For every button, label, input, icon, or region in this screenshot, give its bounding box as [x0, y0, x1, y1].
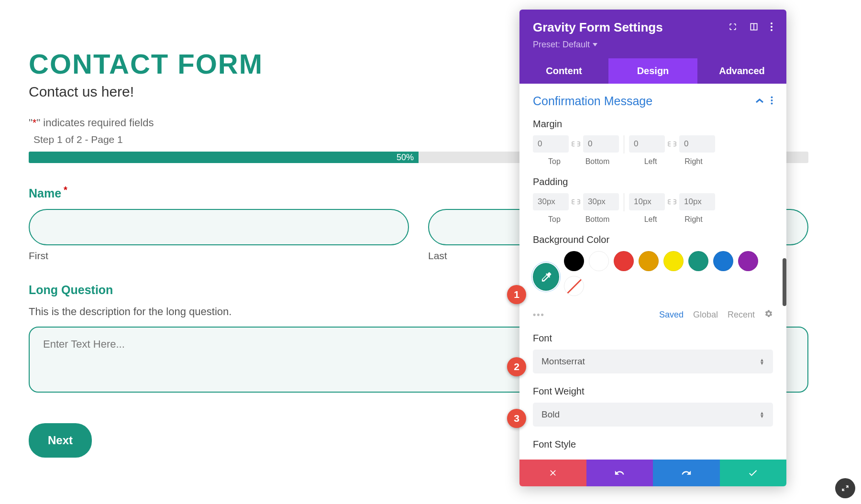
tab-design[interactable]: Design: [608, 58, 697, 84]
svg-point-4: [771, 29, 773, 31]
gear-icon[interactable]: [764, 309, 773, 320]
panel-title: Gravity Form Settings: [533, 20, 663, 35]
link-icon[interactable]: [668, 141, 676, 147]
undo-icon: [614, 468, 625, 478]
svg-point-7: [771, 102, 773, 104]
margin-right-input[interactable]: [679, 135, 715, 153]
save-button[interactable]: [720, 460, 787, 486]
resize-handle[interactable]: [835, 478, 855, 498]
progress-label: 50%: [397, 153, 414, 163]
margin-label: Margin: [533, 119, 773, 130]
scrollbar-thumb[interactable]: [783, 258, 786, 306]
eyedropper-icon: [540, 271, 552, 283]
more-colors-icon[interactable]: •••: [533, 310, 545, 320]
font-weight-select[interactable]: Bold ▲▼: [533, 403, 773, 427]
check-icon: [748, 468, 758, 478]
no-color-swatch[interactable]: [564, 276, 584, 296]
padding-left-input[interactable]: [629, 193, 665, 210]
font-style-label: Font Style: [533, 439, 773, 450]
color-swatch[interactable]: [663, 251, 684, 271]
link-icon[interactable]: [668, 199, 676, 205]
panel-tabs: Content Design Advanced: [519, 58, 786, 84]
panel-body: Confirmation Message Margin TopBottom: [519, 84, 786, 460]
annotation-badge-2: 2: [507, 357, 526, 376]
first-name-input[interactable]: [29, 209, 409, 245]
resize-icon: [840, 483, 850, 493]
color-tab-recent[interactable]: Recent: [728, 310, 755, 320]
next-button[interactable]: Next: [29, 423, 92, 458]
margin-bottom-input[interactable]: [583, 135, 619, 153]
color-swatch[interactable]: [738, 251, 758, 271]
redo-button[interactable]: [653, 460, 720, 486]
svg-point-2: [771, 22, 773, 24]
chevron-up-icon[interactable]: [755, 97, 764, 106]
bg-color-label: Background Color: [533, 234, 773, 245]
svg-point-3: [771, 26, 773, 28]
panel-header[interactable]: Gravity Form Settings Preset: Default: [519, 10, 786, 58]
padding-right-input[interactable]: [679, 193, 715, 210]
annotation-badge-3: 3: [507, 409, 526, 428]
margin-left-input[interactable]: [629, 135, 665, 153]
divider: [624, 193, 624, 211]
color-picker-swatch[interactable]: [533, 263, 559, 291]
select-arrows-icon: ▲▼: [760, 358, 764, 365]
color-swatch[interactable]: [564, 251, 584, 271]
cancel-button[interactable]: [519, 460, 586, 486]
svg-point-6: [771, 99, 773, 101]
link-icon[interactable]: [572, 199, 580, 205]
redo-icon: [681, 468, 692, 478]
color-swatch[interactable]: [614, 251, 634, 271]
font-weight-label: Font Weight: [533, 386, 773, 397]
color-tab-global[interactable]: Global: [693, 310, 718, 320]
progress-fill: 50%: [29, 152, 419, 163]
color-swatch[interactable]: [639, 251, 659, 271]
padding-controls: TopBottom LeftRight: [533, 193, 773, 224]
color-tab-saved[interactable]: Saved: [659, 310, 684, 320]
link-icon[interactable]: [572, 141, 580, 147]
chevron-down-icon: [593, 43, 597, 47]
expand-icon[interactable]: [728, 22, 738, 33]
margin-top-input[interactable]: [533, 135, 569, 153]
settings-panel: Gravity Form Settings Preset: Default Co…: [519, 10, 786, 486]
color-swatch[interactable]: [589, 251, 609, 271]
padding-top-input[interactable]: [533, 193, 569, 210]
section-title[interactable]: Confirmation Message: [533, 94, 652, 108]
color-swatch[interactable]: [713, 251, 733, 271]
padding-bottom-input[interactable]: [583, 193, 619, 210]
column-icon[interactable]: [749, 22, 759, 33]
font-label: Font: [533, 333, 773, 344]
more-icon[interactable]: [770, 22, 773, 33]
font-select[interactable]: Montserrat ▲▼: [533, 350, 773, 373]
annotation-badge-1: 1: [507, 285, 526, 304]
select-arrows-icon: ▲▼: [760, 411, 764, 418]
first-name-sublabel: First: [29, 250, 409, 262]
tab-advanced[interactable]: Advanced: [697, 58, 786, 84]
close-icon: [548, 468, 558, 478]
required-asterisk: *: [64, 185, 67, 195]
color-swatch[interactable]: [688, 251, 708, 271]
preset-dropdown[interactable]: Preset: Default: [533, 40, 773, 50]
svg-point-5: [771, 96, 773, 98]
padding-label: Padding: [533, 176, 773, 187]
undo-button[interactable]: [586, 460, 653, 486]
tab-content[interactable]: Content: [519, 58, 608, 84]
panel-footer: [519, 460, 786, 486]
divider: [624, 135, 624, 153]
color-swatches: [564, 251, 773, 296]
margin-controls: TopBottom LeftRight: [533, 135, 773, 166]
section-more-icon[interactable]: [771, 96, 773, 107]
